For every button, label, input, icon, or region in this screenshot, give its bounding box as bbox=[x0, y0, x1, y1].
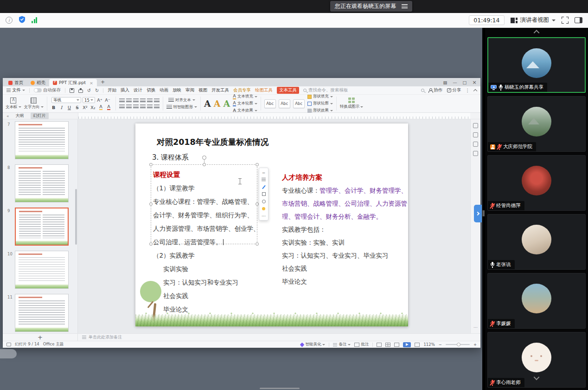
layout-mode-icon[interactable] bbox=[441, 78, 449, 86]
align-text-button[interactable]: 对齐文本 bbox=[168, 98, 195, 103]
quick-list-icon[interactable] bbox=[260, 177, 267, 183]
thumbnail-scrollbar[interactable] bbox=[75, 189, 77, 245]
quick-frame-icon[interactable] bbox=[260, 198, 267, 204]
slide-canvas[interactable]: 对照2018年专业质量标准情况 3. 课程体系 bbox=[78, 119, 470, 333]
bullet-list-icon[interactable] bbox=[119, 98, 125, 103]
thumbnail-card[interactable] bbox=[15, 121, 69, 159]
quick-edit-pencil-icon[interactable] bbox=[260, 184, 267, 190]
fullscreen-icon[interactable] bbox=[562, 17, 569, 24]
wordart-style-1[interactable] bbox=[204, 99, 211, 108]
horizontal-ruler[interactable] bbox=[78, 113, 470, 119]
text-fill-button[interactable]: 文本填充 bbox=[233, 94, 257, 99]
tab-document[interactable]: PPT 汇报.ppt bbox=[49, 79, 97, 86]
notes-button[interactable]: 备注 bbox=[333, 342, 351, 347]
distribute-icon[interactable] bbox=[154, 104, 160, 109]
resize-handle[interactable] bbox=[149, 202, 153, 206]
properties-panel-icon[interactable] bbox=[473, 123, 478, 128]
convert-diagram-button[interactable]: 转换成图示 bbox=[340, 98, 364, 110]
slide[interactable]: 对照2018年专业质量标准情况 3. 课程体系 bbox=[135, 124, 408, 326]
menu-item-insert[interactable]: 插入 bbox=[121, 87, 129, 93]
numbered-list-icon[interactable] bbox=[126, 98, 132, 103]
help-panel-icon[interactable] bbox=[473, 151, 478, 156]
participant-tile-screen-share[interactable]: 杨晓玉的屏幕共享 bbox=[487, 37, 586, 93]
reading-view-icon[interactable] bbox=[394, 343, 399, 347]
resize-handle[interactable] bbox=[149, 242, 153, 246]
zoom-in-icon[interactable] bbox=[473, 342, 477, 347]
rotate-handle[interactable] bbox=[202, 156, 206, 160]
banner-menu-icon[interactable] bbox=[402, 4, 408, 8]
decrease-indent-icon[interactable] bbox=[133, 98, 139, 103]
info-icon[interactable] bbox=[6, 17, 13, 24]
menu-item-slideshow[interactable]: 放映 bbox=[173, 87, 181, 93]
increase-font-icon[interactable] bbox=[96, 98, 103, 103]
resize-handle[interactable] bbox=[256, 202, 259, 206]
shape-outline-button[interactable]: 形状轮廓 bbox=[307, 101, 333, 106]
new-tab-button[interactable] bbox=[101, 79, 105, 85]
thumbnail-card[interactable] bbox=[15, 164, 69, 202]
slide-thumbnail-panel[interactable]: 7 8 9 10 11 bbox=[3, 119, 78, 333]
menu-item-animation[interactable]: 动画 bbox=[160, 87, 168, 93]
underline-icon[interactable] bbox=[66, 104, 73, 110]
menu-item-membership[interactable]: 会员专享 bbox=[233, 87, 251, 93]
collaborate-button[interactable]: 协作 bbox=[428, 87, 443, 93]
wordart-style-2[interactable] bbox=[214, 99, 221, 108]
thumbnail-slide-10[interactable]: 10 bbox=[3, 251, 77, 292]
columns-icon[interactable] bbox=[147, 104, 153, 109]
tab-text-tools[interactable]: 文本工具 bbox=[277, 87, 299, 94]
thumbnail-slide-9-selected[interactable]: 9 bbox=[3, 208, 77, 248]
menu-item-devtools[interactable]: 开发工具 bbox=[211, 87, 229, 93]
participant-tile[interactable]: 老张说 bbox=[487, 214, 586, 270]
menu-item-view[interactable]: 视图 bbox=[198, 87, 207, 93]
font-size-select[interactable]: 15 bbox=[83, 97, 95, 103]
resize-handle[interactable] bbox=[149, 163, 153, 166]
side-panel-toggle-icon[interactable] bbox=[575, 17, 582, 23]
menu-item-transition[interactable]: 切换 bbox=[147, 87, 155, 93]
decrease-font-icon[interactable] bbox=[104, 98, 111, 103]
maximize-button[interactable] bbox=[460, 78, 469, 86]
quick-shape-icon[interactable] bbox=[260, 191, 267, 197]
close-tab-icon[interactable] bbox=[89, 80, 93, 85]
smart-beautify-button[interactable]: 智能美化 bbox=[300, 342, 325, 347]
command-search[interactable]: 查找命令、搜索模板 bbox=[303, 87, 348, 93]
align-left-icon[interactable] bbox=[119, 104, 125, 109]
highlight-color-icon[interactable] bbox=[98, 104, 104, 110]
zoom-out-icon[interactable] bbox=[439, 342, 442, 347]
font-color-icon[interactable] bbox=[106, 104, 112, 110]
insert-textbox-button[interactable]: 文本框 bbox=[6, 98, 21, 110]
menu-item-review[interactable]: 审阅 bbox=[185, 87, 194, 93]
thumbnail-slide-7[interactable]: 7 bbox=[3, 121, 77, 162]
menu-item-start[interactable]: 开始 bbox=[108, 87, 116, 93]
tab-docer[interactable]: 稻壳 bbox=[27, 79, 49, 86]
watching-banner[interactable]: 您正在观看杨晓玉的屏幕 bbox=[330, 1, 412, 12]
notes-area[interactable]: 单击此处添加备注 bbox=[78, 334, 480, 341]
slide-left-column[interactable]: 课程设置 （1）课堂教学 专业核心课程：管理学、战略管理、 会计学、财务管理学、… bbox=[153, 168, 260, 316]
text-outline-button[interactable]: 文本轮廓 bbox=[233, 101, 257, 106]
close-window-button[interactable] bbox=[470, 78, 479, 86]
view-mode-selector[interactable]: 演讲者视图 bbox=[511, 16, 556, 24]
start-slideshow-button[interactable] bbox=[403, 342, 411, 347]
sidebar-expand-handle[interactable] bbox=[474, 205, 482, 222]
quick-idea-bulb-icon[interactable] bbox=[260, 206, 267, 212]
thumbnail-slide-8[interactable]: 8 bbox=[3, 164, 77, 205]
print-icon[interactable] bbox=[78, 90, 83, 93]
resize-handle[interactable] bbox=[256, 242, 259, 246]
wordart-style-3[interactable] bbox=[224, 99, 230, 108]
selection-panel-icon[interactable] bbox=[473, 142, 478, 147]
subscript-icon[interactable] bbox=[90, 104, 96, 110]
resize-handle[interactable] bbox=[203, 163, 206, 166]
justify-icon[interactable] bbox=[140, 104, 146, 109]
increase-indent-icon[interactable] bbox=[140, 98, 146, 103]
collapse-toolbar-icon[interactable] bbox=[260, 169, 267, 176]
participant-tile[interactable]: 经管尚德萍 bbox=[487, 155, 586, 211]
resize-handle[interactable] bbox=[256, 163, 259, 166]
participant-tile[interactable]: 李媛媛 bbox=[487, 273, 586, 329]
align-right-icon[interactable] bbox=[133, 104, 139, 109]
line-spacing-icon[interactable] bbox=[147, 98, 153, 103]
character-spacing-icon[interactable] bbox=[154, 98, 160, 103]
menu-item-design[interactable]: 设计 bbox=[134, 87, 142, 93]
italic-icon[interactable] bbox=[58, 104, 65, 110]
align-center-icon[interactable] bbox=[126, 104, 132, 109]
zoom-slider[interactable] bbox=[446, 344, 470, 345]
normal-view-icon[interactable] bbox=[377, 343, 382, 347]
save-icon[interactable] bbox=[70, 88, 74, 93]
